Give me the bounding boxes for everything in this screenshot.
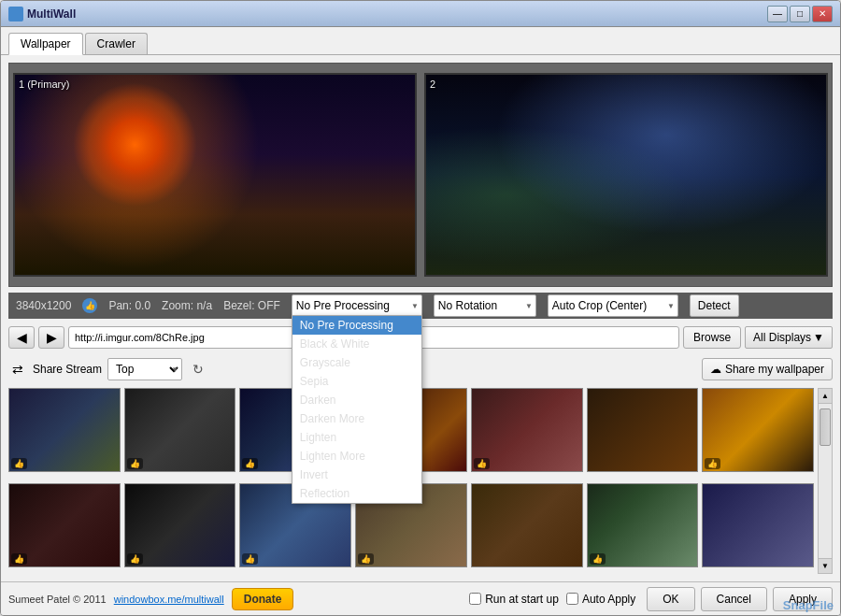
run-startup-label: Run at start up — [485, 593, 559, 606]
maximize-button[interactable]: □ — [790, 6, 810, 22]
rotation-dropdown[interactable]: No Rotation — [434, 294, 536, 317]
website-link[interactable]: windowbox.me/multiwall — [114, 594, 224, 605]
bottom-bar: Sumeet Patel © 2011 windowbox.me/multiwa… — [1, 581, 840, 615]
thumbnail-1[interactable]: 👍 — [8, 388, 121, 472]
thumb-like-3: 👍 — [242, 458, 258, 469]
resolution-text: 3840x1200 — [16, 299, 71, 312]
tab-crawler[interactable]: Crawler — [85, 33, 148, 54]
auto-apply-checkbox[interactable] — [566, 593, 578, 605]
monitor-1-label: 1 (Primary) — [19, 79, 69, 90]
processing-option-5[interactable]: Darken More — [292, 409, 421, 428]
thumbnail-7[interactable]: 👍 — [702, 388, 814, 472]
window-content: Wallpaper Crawler 1 (Primary) 2 — [1, 27, 840, 615]
thumbnail-8[interactable]: 👍 — [8, 483, 121, 567]
scroll-down-button[interactable]: ▼ — [819, 558, 832, 573]
tab-bar: Wallpaper Crawler — [1, 27, 840, 55]
bezel-text: Bezel: OFF — [223, 299, 280, 312]
window-controls: — □ ✕ — [767, 6, 833, 22]
thumb-like-11: 👍 — [358, 553, 374, 565]
thumbnail-2[interactable]: 👍 — [124, 388, 236, 472]
share-wallpaper-button[interactable]: ☁ Share my wallpaper — [702, 358, 833, 380]
processing-dropdown[interactable]: No Pre Processing — [292, 294, 422, 317]
thumb-like-9: 👍 — [127, 553, 143, 565]
window-title: MultiWall — [8, 7, 76, 21]
cancel-button[interactable]: Cancel — [701, 587, 767, 611]
processing-option-7[interactable]: Lighten More — [292, 447, 421, 466]
processing-dropdown-wrapper: No Pre Processing — [292, 294, 422, 317]
scrollbar: ▲ ▼ — [818, 388, 833, 574]
ok-button[interactable]: OK — [647, 587, 694, 611]
thumbs-up-icon: 👍 — [82, 298, 97, 313]
cloud-icon: ☁ — [710, 363, 721, 376]
main-content: 1 (Primary) 2 3840x1200 👍 Pan: 0.0 Zoom:… — [1, 55, 840, 581]
run-startup-checkbox[interactable] — [469, 593, 481, 605]
refresh-button[interactable]: ↻ — [188, 359, 208, 380]
run-startup-wrap: Run at start up — [469, 593, 559, 606]
thumb-like-10: 👍 — [242, 553, 258, 565]
thumb-like-1: 👍 — [11, 458, 27, 469]
scroll-thumb[interactable] — [820, 408, 831, 446]
donate-button[interactable]: Donate — [232, 588, 294, 610]
monitor-container: 1 (Primary) 2 — [9, 64, 832, 286]
processing-option-4[interactable]: Darken — [292, 391, 421, 409]
crop-dropdown-wrapper: Auto Crop (Center) — [548, 294, 678, 317]
browse-button[interactable]: Browse — [683, 326, 741, 349]
auto-apply-wrap: Auto Apply — [566, 593, 635, 606]
zoom-text: Zoom: n/a — [162, 299, 212, 312]
thumbnail-12[interactable] — [471, 483, 583, 567]
scroll-track — [819, 404, 832, 558]
thumbnail-6[interactable] — [587, 388, 699, 472]
copyright-text: Sumeet Patel © 2011 — [8, 594, 107, 605]
close-button[interactable]: ✕ — [812, 6, 833, 22]
thumb-like-8: 👍 — [11, 553, 27, 565]
detect-button[interactable]: Detect — [690, 294, 739, 317]
bottom-center-section: Run at start up Auto Apply — [469, 593, 635, 606]
stream-dropdown[interactable]: Top New Hot — [107, 358, 182, 380]
title-bar: MultiWall — □ ✕ — [1, 1, 840, 27]
share-stream-label: Share Stream — [33, 363, 102, 376]
app-icon — [8, 7, 23, 21]
rotation-dropdown-wrapper: No Rotation — [434, 294, 536, 317]
chevron-down-icon: ▼ — [813, 331, 824, 344]
thumb-like-2: 👍 — [127, 458, 143, 469]
thumbnail-5[interactable]: 👍 — [471, 388, 583, 472]
processing-option-8[interactable]: Invert — [292, 466, 421, 484]
processing-option-9[interactable]: Reflection — [292, 484, 421, 503]
monitor-2-wallpaper — [426, 75, 826, 275]
processing-option-2[interactable]: Grayscale — [292, 353, 421, 372]
back-button[interactable]: ◀ — [8, 326, 35, 349]
thumbnail-14[interactable] — [702, 483, 814, 567]
preview-area: 1 (Primary) 2 — [8, 63, 833, 287]
tab-wallpaper[interactable]: Wallpaper — [8, 33, 83, 55]
processing-option-6[interactable]: Lighten — [292, 428, 421, 447]
monitor-2-label: 2 — [430, 79, 435, 90]
main-window: MultiWall — □ ✕ Wallpaper Crawler — [0, 0, 841, 616]
monitor-1-wallpaper — [15, 75, 415, 275]
scroll-up-button[interactable]: ▲ — [819, 389, 832, 404]
snapfile-logo: SnapFile — [783, 598, 834, 612]
forward-button[interactable]: ▶ — [38, 326, 64, 349]
thumbnail-13[interactable]: 👍 — [587, 483, 699, 567]
minimize-button[interactable]: — — [767, 6, 788, 22]
monitor-1: 1 (Primary) — [13, 73, 417, 277]
thumb-like-13: 👍 — [590, 553, 606, 565]
bottom-left-section: Sumeet Patel © 2011 windowbox.me/multiwa… — [8, 588, 458, 610]
auto-apply-label: Auto Apply — [582, 593, 635, 606]
thumbnail-9[interactable]: 👍 — [124, 483, 236, 567]
processing-dropdown-open: No Pre Processing Black & White Grayscal… — [292, 315, 422, 504]
shuffle-icon: ⇄ — [8, 360, 27, 379]
crop-dropdown[interactable]: Auto Crop (Center) — [548, 294, 678, 317]
thumb-like-5: 👍 — [474, 458, 490, 469]
pan-text: Pan: 0.0 — [108, 299, 150, 312]
thumb-like-7: 👍 — [705, 458, 720, 469]
share-right-section: ☁ Share my wallpaper — [702, 358, 833, 380]
processing-option-0[interactable]: No Pre Processing — [292, 316, 421, 335]
status-bar: 3840x1200 👍 Pan: 0.0 Zoom: n/a Bezel: OF… — [8, 293, 833, 319]
processing-option-1[interactable]: Black & White — [292, 335, 421, 353]
monitor-2: 2 — [424, 73, 828, 277]
processing-dropdown-area: No Pre Processing No Pre Processing Blac… — [292, 294, 422, 317]
stream-dropdown-wrapper: Top New Hot — [107, 358, 182, 380]
all-displays-button[interactable]: All Displays ▼ — [745, 326, 833, 349]
processing-option-3[interactable]: Sepia — [292, 372, 421, 391]
